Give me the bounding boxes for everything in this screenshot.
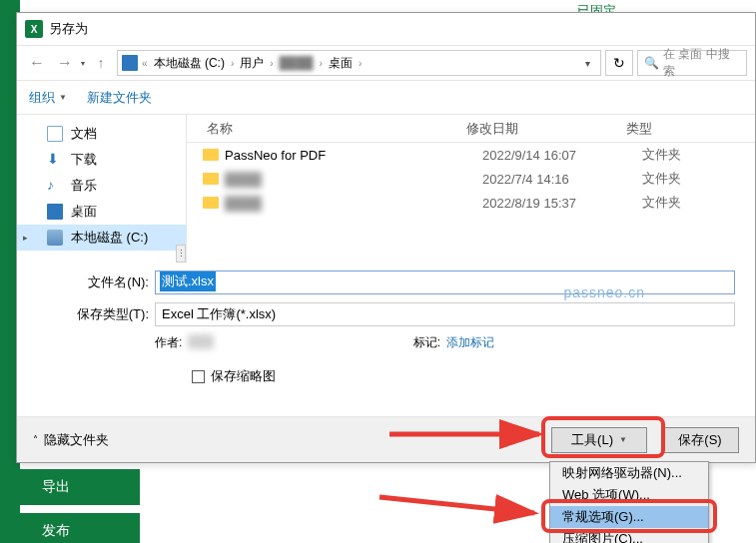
sidebar: 文档 ⬇ 下载 ♪ 音乐 桌面 ▸ 本地磁盘 (C:) ⋮ bbox=[17, 115, 187, 263]
filetype-label: 保存类型(T): bbox=[37, 305, 155, 323]
save-as-dialog: X 另存为 ← → ▾ ↑ « 本地磁盘 (C:) › 用户 › ████ › … bbox=[16, 12, 756, 463]
chevron-icon: « bbox=[140, 58, 150, 69]
chevron-icon: › bbox=[357, 58, 364, 69]
sidebar-item-desktop[interactable]: 桌面 bbox=[17, 199, 186, 225]
drive-icon bbox=[122, 55, 138, 71]
refresh-button[interactable]: ↻ bbox=[605, 50, 633, 76]
dialog-title: 另存为 bbox=[49, 20, 88, 38]
sidebar-item-disk-c[interactable]: ▸ 本地磁盘 (C:) bbox=[17, 225, 186, 251]
author-value[interactable]: ███ bbox=[188, 334, 214, 351]
tools-button[interactable]: 工具(L)▼ bbox=[551, 427, 647, 453]
search-placeholder: 在 桌面 中搜索 bbox=[663, 46, 740, 80]
chevron-icon: › bbox=[229, 58, 236, 69]
document-icon bbox=[47, 126, 63, 142]
back-button[interactable]: ← bbox=[25, 51, 49, 75]
menu-item-general-options[interactable]: 常规选项(G)... bbox=[550, 506, 708, 528]
excel-icon: X bbox=[25, 20, 43, 38]
list-item[interactable]: ████ 2022/8/19 15:37 文件夹 bbox=[187, 191, 755, 215]
history-dropdown[interactable]: ▾ bbox=[81, 59, 85, 68]
save-button[interactable]: 保存(S) bbox=[661, 427, 739, 453]
annotation-arrow bbox=[379, 489, 549, 533]
column-date[interactable]: 修改日期 bbox=[466, 120, 626, 138]
tags-value[interactable]: 添加标记 bbox=[446, 334, 494, 351]
svg-line-1 bbox=[379, 497, 534, 513]
sidebar-item-music[interactable]: ♪ 音乐 bbox=[17, 173, 186, 199]
menu-item-map-drive[interactable]: 映射网络驱动器(N)... bbox=[550, 462, 708, 484]
list-item[interactable]: ████ 2022/7/4 14:16 文件夹 bbox=[187, 167, 755, 191]
breadcrumb-item[interactable]: 用户 bbox=[238, 55, 266, 72]
column-type[interactable]: 类型 bbox=[626, 120, 755, 138]
column-name[interactable]: 名称 bbox=[187, 120, 466, 138]
hide-folders-toggle[interactable]: ˄ 隐藏文件夹 bbox=[33, 431, 109, 449]
file-list: 名称 修改日期 类型 PassNeo for PDF 2022/9/14 16:… bbox=[187, 115, 755, 263]
breadcrumb-item[interactable]: ████ bbox=[278, 56, 316, 70]
up-button[interactable]: ↑ bbox=[89, 51, 113, 75]
filename-input[interactable]: 测试.xlsx bbox=[155, 271, 735, 294]
search-icon: 🔍 bbox=[644, 56, 659, 70]
organize-menu[interactable]: 组织▼ bbox=[29, 89, 67, 107]
chevron-icon: › bbox=[318, 58, 325, 69]
folder-icon bbox=[203, 149, 219, 161]
breadcrumb[interactable]: « 本地磁盘 (C:) › 用户 › ████ › 桌面 › ▾ bbox=[117, 50, 601, 76]
author-label: 作者: bbox=[155, 334, 182, 351]
breadcrumb-item[interactable]: 本地磁盘 (C:) bbox=[152, 55, 227, 72]
menu-item-web-options[interactable]: Web 选项(W)... bbox=[550, 484, 708, 506]
filetype-select[interactable]: Excel 工作簿(*.xlsx) bbox=[155, 302, 735, 326]
breadcrumb-dropdown[interactable]: ▾ bbox=[578, 58, 596, 69]
sidebar-item-documents[interactable]: 文档 bbox=[17, 121, 186, 147]
sidebar-item-export[interactable]: 导出 bbox=[20, 469, 140, 505]
tools-menu: 映射网络驱动器(N)... Web 选项(W)... 常规选项(G)... 压缩… bbox=[549, 461, 709, 543]
disk-icon bbox=[47, 230, 63, 246]
expand-icon[interactable]: ▸ bbox=[23, 233, 28, 243]
filename-label: 文件名(N): bbox=[37, 273, 155, 291]
chevron-icon: › bbox=[268, 58, 275, 69]
thumbnail-label: 保存缩略图 bbox=[211, 367, 276, 385]
desktop-icon bbox=[47, 204, 63, 220]
breadcrumb-item[interactable]: 桌面 bbox=[327, 55, 355, 72]
tags-label: 标记: bbox=[413, 334, 440, 351]
new-folder-button[interactable]: 新建文件夹 bbox=[87, 89, 152, 107]
menu-item-compress-pictures[interactable]: 压缩图片(C)... bbox=[550, 528, 708, 543]
music-icon: ♪ bbox=[47, 178, 63, 194]
search-input[interactable]: 🔍 在 桌面 中搜索 bbox=[637, 50, 747, 76]
list-item[interactable]: PassNeo for PDF 2022/9/14 16:07 文件夹 bbox=[187, 143, 755, 167]
folder-icon bbox=[203, 173, 219, 185]
forward-button[interactable]: → bbox=[53, 51, 77, 75]
folder-icon bbox=[203, 197, 219, 209]
download-icon: ⬇ bbox=[47, 152, 63, 168]
scroll-handle[interactable]: ⋮ bbox=[176, 245, 186, 263]
sidebar-item-publish[interactable]: 发布 bbox=[20, 513, 140, 543]
thumbnail-checkbox[interactable] bbox=[192, 370, 205, 383]
sidebar-item-downloads[interactable]: ⬇ 下载 bbox=[17, 147, 186, 173]
chevron-up-icon: ˄ bbox=[33, 434, 38, 445]
